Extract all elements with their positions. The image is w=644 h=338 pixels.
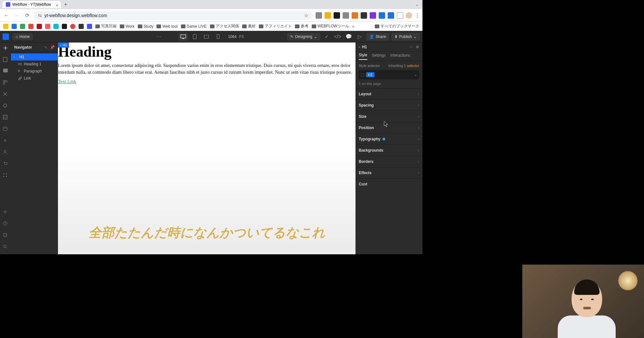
- tree-item-link[interactable]: 🔗 Link: [11, 75, 58, 82]
- site-info-icon[interactable]: ⇆: [38, 13, 42, 18]
- bm-ico-5[interactable]: [37, 24, 42, 29]
- bm-ico-2[interactable]: [12, 24, 17, 29]
- ext-icon-5[interactable]: [361, 12, 367, 19]
- bm-folder-8[interactable]: 参考: [295, 23, 308, 29]
- tree-item-heading1[interactable]: H1 Heading 1: [11, 61, 58, 68]
- browser-tab[interactable]: Webflow - YT|Webflow ×: [3, 1, 61, 8]
- search-icon[interactable]: [3, 244, 8, 250]
- home-button[interactable]: ⌂ Home: [12, 33, 33, 40]
- canvas-heading[interactable]: Heading: [58, 43, 355, 60]
- ext-icon-2[interactable]: [334, 12, 340, 19]
- selected-element-badge[interactable]: ▫ H1: [58, 42, 69, 48]
- bm-folder-0[interactable]: 写真圧縮: [95, 23, 117, 29]
- page-dots-icon[interactable]: ⋯: [156, 33, 161, 40]
- extensions-icon[interactable]: [397, 12, 403, 19]
- ext-icon-3[interactable]: [343, 12, 349, 19]
- ext-icon-1[interactable]: [325, 12, 331, 19]
- publish-button[interactable]: ⬆ Publish ⌄: [391, 33, 420, 41]
- navigator-icon[interactable]: [3, 68, 8, 74]
- bm-ico-3[interactable]: [20, 24, 25, 29]
- star-icon[interactable]: ☆: [304, 13, 308, 18]
- bm-folder-7[interactable]: アフィリエイト: [259, 23, 292, 29]
- tree-item-h1[interactable]: ▫ H1: [11, 53, 58, 61]
- bp-desktop-icon[interactable]: [178, 33, 188, 41]
- check-icon[interactable]: ✓: [322, 33, 331, 41]
- element-settings-icon[interactable]: ⚙: [416, 45, 419, 49]
- section-layout[interactable]: Layout ›: [355, 88, 422, 99]
- section-borders[interactable]: Borders ›: [355, 156, 422, 167]
- canvas[interactable]: ▫ H1 Heading Lorem ipsum dolor sit amet,…: [58, 42, 355, 254]
- apps-icon[interactable]: [3, 173, 8, 178]
- bp-tablet-icon[interactable]: [190, 33, 200, 41]
- tab-interactions[interactable]: Interactions: [390, 53, 410, 60]
- close-tab-icon[interactable]: ×: [56, 3, 58, 8]
- tabs-dropdown-icon[interactable]: ⌄: [415, 2, 419, 7]
- bm-folder-4[interactable]: Game LIVE: [181, 24, 207, 29]
- section-size[interactable]: Size ›: [355, 111, 422, 122]
- webflow-logo-icon[interactable]: [3, 33, 9, 40]
- help-icon[interactable]: ?: [3, 221, 8, 227]
- section-spacing[interactable]: Spacing ›: [355, 99, 422, 111]
- bm-ico-11[interactable]: [87, 24, 92, 29]
- bm-overflow-icon[interactable]: »: [352, 24, 355, 29]
- canvas-paragraph[interactable]: Lorem ipsum dolor sit amet, consectetur …: [58, 62, 355, 76]
- url-field[interactable]: ⇆ yt-webflow.design.webflow.com ☆: [33, 11, 313, 20]
- selector-scope-icon[interactable]: ⬚: [361, 72, 364, 77]
- section-backgrounds[interactable]: Backgrounds ›: [355, 145, 422, 156]
- preview-icon[interactable]: ▷: [355, 33, 364, 41]
- bm-ico-1[interactable]: [3, 24, 8, 29]
- bm-ico-6[interactable]: [45, 24, 50, 29]
- tab-settings[interactable]: Settings: [372, 53, 386, 60]
- bm-folder-5[interactable]: アクセス関係: [210, 23, 239, 29]
- tab-style[interactable]: Style: [359, 53, 367, 60]
- ext-icon-6[interactable]: [370, 12, 376, 19]
- settings-icon[interactable]: [3, 209, 8, 215]
- ecommerce-icon[interactable]: [3, 161, 8, 167]
- menu-icon[interactable]: ⋮: [415, 12, 420, 18]
- bm-ico-8[interactable]: [62, 24, 67, 29]
- bm-folder-9[interactable]: WEBFLOWツール: [312, 23, 349, 29]
- variables-icon[interactable]: [3, 91, 8, 97]
- camera-icon[interactable]: [316, 12, 322, 19]
- cms-icon[interactable]: [3, 126, 8, 132]
- section-effects[interactable]: Effects ›: [355, 167, 422, 178]
- audit-icon[interactable]: [3, 232, 8, 238]
- bm-folder-6[interactable]: 素材: [242, 23, 256, 29]
- assets-icon[interactable]: [3, 115, 8, 120]
- back-button[interactable]: ←: [3, 12, 10, 19]
- bm-ico-4[interactable]: [28, 24, 33, 29]
- comment-icon[interactable]: 💬: [344, 33, 353, 41]
- ext-icon-8[interactable]: [388, 12, 394, 19]
- ext-icon-4[interactable]: [352, 12, 358, 19]
- bm-ico-10[interactable]: [79, 24, 84, 29]
- add-icon[interactable]: [3, 45, 8, 51]
- designing-button[interactable]: ✎ Designing ⌄: [287, 33, 320, 41]
- profile-icon[interactable]: [406, 12, 412, 19]
- bm-folder-1[interactable]: Work: [120, 24, 135, 29]
- selector-tag[interactable]: H1: [366, 72, 374, 77]
- bm-folder-2[interactable]: Study: [138, 24, 154, 29]
- pin-icon[interactable]: 📌: [50, 45, 55, 50]
- pages-icon[interactable]: [3, 57, 8, 62]
- bm-ico-9[interactable]: [70, 24, 75, 29]
- selector-input[interactable]: ⬚ H1 ⌄: [359, 70, 419, 79]
- element-menu-icon[interactable]: ⋯: [409, 45, 413, 49]
- code-icon[interactable]: </>: [333, 33, 342, 41]
- section-position[interactable]: Position ›: [355, 122, 422, 133]
- ext-icon-7[interactable]: [379, 12, 385, 19]
- reload-button[interactable]: ⟳: [23, 12, 31, 19]
- share-button[interactable]: 👤 Share: [366, 33, 389, 41]
- users-icon[interactable]: [3, 149, 8, 155]
- logic-icon[interactable]: [3, 138, 8, 144]
- section-typography[interactable]: Typography ›: [355, 133, 422, 145]
- canvas-link[interactable]: Text Link: [58, 79, 76, 84]
- new-tab-button[interactable]: +: [64, 1, 68, 8]
- collapse-icon[interactable]: ⤡: [44, 45, 47, 50]
- all-bookmarks[interactable]: すべてのブックマーク: [375, 23, 419, 29]
- tree-item-paragraph[interactable]: P Paragraph: [11, 68, 58, 75]
- canvas-width[interactable]: 1064 PX: [228, 34, 244, 39]
- bp-tablet-landscape-icon[interactable]: [202, 33, 211, 41]
- chevron-down-icon[interactable]: ⌄: [414, 72, 417, 77]
- forward-button[interactable]: →: [13, 12, 21, 19]
- section-custom[interactable]: Cust: [355, 178, 422, 190]
